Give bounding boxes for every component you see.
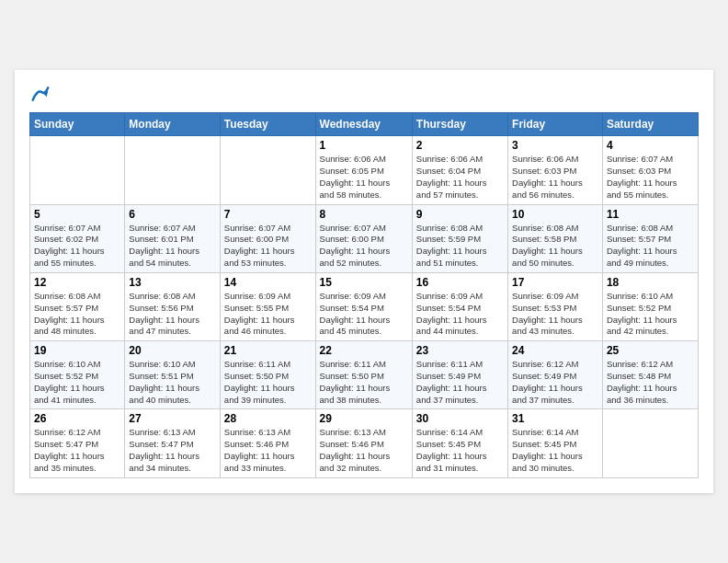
day-info: Sunrise: 6:12 AMSunset: 5:49 PMDaylight:… [512,359,598,406]
calendar-cell: 23Sunrise: 6:11 AMSunset: 5:49 PMDayligh… [412,341,507,409]
calendar-cell [30,136,125,204]
day-info: Sunrise: 6:07 AMSunset: 6:03 PMDaylight:… [607,154,694,201]
day-info: Sunrise: 6:13 AMSunset: 5:47 PMDaylight:… [129,427,216,474]
calendar-cell: 13Sunrise: 6:08 AMSunset: 5:56 PMDayligh… [125,272,221,340]
day-number: 29 [320,412,408,425]
day-number: 20 [129,344,216,357]
weekday-header-cell: Tuesday [220,113,315,136]
day-number: 4 [607,139,694,152]
day-info: Sunrise: 6:11 AMSunset: 5:49 PMDaylight:… [416,359,504,406]
calendar-cell: 4Sunrise: 6:07 AMSunset: 6:03 PMDaylight… [602,136,698,204]
calendar-cell: 30Sunrise: 6:14 AMSunset: 5:45 PMDayligh… [412,409,507,477]
calendar-cell: 10Sunrise: 6:08 AMSunset: 5:58 PMDayligh… [508,204,603,272]
calendar-body: 1Sunrise: 6:06 AMSunset: 6:05 PMDaylight… [30,136,699,477]
day-info: Sunrise: 6:12 AMSunset: 5:48 PMDaylight:… [607,359,694,406]
day-info: Sunrise: 6:09 AMSunset: 5:54 PMDaylight:… [416,291,504,338]
calendar-cell: 11Sunrise: 6:08 AMSunset: 5:57 PMDayligh… [602,204,698,272]
calendar-cell: 6Sunrise: 6:07 AMSunset: 6:01 PMDaylight… [125,204,221,272]
calendar-cell: 22Sunrise: 6:11 AMSunset: 5:50 PMDayligh… [315,341,412,409]
day-number: 28 [224,412,312,425]
day-number: 26 [34,412,120,425]
calendar-cell: 12Sunrise: 6:08 AMSunset: 5:57 PMDayligh… [30,272,125,340]
calendar-cell: 16Sunrise: 6:09 AMSunset: 5:54 PMDayligh… [412,272,507,340]
day-info: Sunrise: 6:07 AMSunset: 6:01 PMDaylight:… [129,223,216,270]
day-info: Sunrise: 6:10 AMSunset: 5:51 PMDaylight:… [129,359,216,406]
day-number: 25 [607,344,694,357]
weekday-header-cell: Wednesday [315,113,412,136]
day-number: 12 [34,276,120,289]
day-info: Sunrise: 6:11 AMSunset: 5:50 PMDaylight:… [224,359,312,406]
calendar-cell: 21Sunrise: 6:11 AMSunset: 5:50 PMDayligh… [220,341,315,409]
day-info: Sunrise: 6:06 AMSunset: 6:04 PMDaylight:… [416,154,504,201]
day-info: Sunrise: 6:06 AMSunset: 6:05 PMDaylight:… [320,154,408,201]
day-number: 13 [129,276,216,289]
calendar-container: SundayMondayTuesdayWednesdayThursdayFrid… [15,70,713,492]
day-info: Sunrise: 6:12 AMSunset: 5:47 PMDaylight:… [34,427,120,474]
calendar-cell [125,136,221,204]
calendar-cell: 8Sunrise: 6:07 AMSunset: 6:00 PMDaylight… [315,204,412,272]
weekday-header-cell: Monday [125,113,221,136]
calendar-cell: 17Sunrise: 6:09 AMSunset: 5:53 PMDayligh… [508,272,603,340]
weekday-header-cell: Sunday [30,113,125,136]
calendar-week-row: 12Sunrise: 6:08 AMSunset: 5:57 PMDayligh… [30,272,699,340]
day-number: 19 [34,344,120,357]
calendar-cell: 14Sunrise: 6:09 AMSunset: 5:55 PMDayligh… [220,272,315,340]
calendar-week-row: 19Sunrise: 6:10 AMSunset: 5:52 PMDayligh… [30,341,699,409]
day-info: Sunrise: 6:07 AMSunset: 6:00 PMDaylight:… [320,223,408,270]
day-number: 31 [512,412,598,425]
day-info: Sunrise: 6:09 AMSunset: 5:54 PMDaylight:… [320,291,408,338]
day-number: 30 [416,412,504,425]
day-number: 21 [224,344,312,357]
day-number: 11 [607,208,694,221]
calendar-week-row: 1Sunrise: 6:06 AMSunset: 6:05 PMDaylight… [30,136,699,204]
day-info: Sunrise: 6:09 AMSunset: 5:53 PMDaylight:… [512,291,598,338]
day-info: Sunrise: 6:10 AMSunset: 5:52 PMDaylight:… [607,291,694,338]
logo-icon [31,85,50,103]
calendar-cell: 5Sunrise: 6:07 AMSunset: 6:02 PMDaylight… [30,204,125,272]
calendar-cell [602,409,698,477]
day-number: 23 [416,344,504,357]
logo [29,85,50,103]
day-number: 3 [512,139,598,152]
day-info: Sunrise: 6:14 AMSunset: 5:45 PMDaylight:… [512,427,598,474]
day-number: 22 [320,344,408,357]
weekday-header-cell: Thursday [412,113,507,136]
calendar-cell: 20Sunrise: 6:10 AMSunset: 5:51 PMDayligh… [125,341,221,409]
day-number: 2 [416,139,504,152]
calendar-cell: 19Sunrise: 6:10 AMSunset: 5:52 PMDayligh… [30,341,125,409]
day-info: Sunrise: 6:08 AMSunset: 5:59 PMDaylight:… [416,223,504,270]
day-number: 16 [416,276,504,289]
day-info: Sunrise: 6:13 AMSunset: 5:46 PMDaylight:… [320,427,408,474]
calendar-cell: 27Sunrise: 6:13 AMSunset: 5:47 PMDayligh… [125,409,221,477]
calendar-header: SundayMondayTuesdayWednesdayThursdayFrid… [30,113,699,136]
day-info: Sunrise: 6:09 AMSunset: 5:55 PMDaylight:… [224,291,312,338]
day-number: 15 [320,276,408,289]
calendar-cell [220,136,315,204]
calendar-cell: 31Sunrise: 6:14 AMSunset: 5:45 PMDayligh… [508,409,603,477]
day-number: 7 [224,208,312,221]
calendar-cell: 18Sunrise: 6:10 AMSunset: 5:52 PMDayligh… [602,272,698,340]
calendar-cell: 9Sunrise: 6:08 AMSunset: 5:59 PMDaylight… [412,204,507,272]
calendar-cell: 29Sunrise: 6:13 AMSunset: 5:46 PMDayligh… [315,409,412,477]
day-info: Sunrise: 6:13 AMSunset: 5:46 PMDaylight:… [224,427,312,474]
calendar-cell: 24Sunrise: 6:12 AMSunset: 5:49 PMDayligh… [508,341,603,409]
day-info: Sunrise: 6:07 AMSunset: 6:02 PMDaylight:… [34,223,120,270]
weekday-header-cell: Friday [508,113,603,136]
calendar-table: SundayMondayTuesdayWednesdayThursdayFrid… [29,112,699,477]
calendar-week-row: 5Sunrise: 6:07 AMSunset: 6:02 PMDaylight… [30,204,699,272]
day-info: Sunrise: 6:11 AMSunset: 5:50 PMDaylight:… [320,359,408,406]
day-number: 27 [129,412,216,425]
day-number: 17 [512,276,598,289]
calendar-cell: 26Sunrise: 6:12 AMSunset: 5:47 PMDayligh… [30,409,125,477]
weekday-header-row: SundayMondayTuesdayWednesdayThursdayFrid… [30,113,699,136]
day-info: Sunrise: 6:06 AMSunset: 6:03 PMDaylight:… [512,154,598,201]
day-info: Sunrise: 6:08 AMSunset: 5:57 PMDaylight:… [607,223,694,270]
day-number: 10 [512,208,598,221]
calendar-cell: 7Sunrise: 6:07 AMSunset: 6:00 PMDaylight… [220,204,315,272]
day-number: 14 [224,276,312,289]
day-info: Sunrise: 6:07 AMSunset: 6:00 PMDaylight:… [224,223,312,270]
header [29,85,699,103]
calendar-cell: 3Sunrise: 6:06 AMSunset: 6:03 PMDaylight… [508,136,603,204]
day-info: Sunrise: 6:08 AMSunset: 5:56 PMDaylight:… [129,291,216,338]
calendar-cell: 1Sunrise: 6:06 AMSunset: 6:05 PMDaylight… [315,136,412,204]
